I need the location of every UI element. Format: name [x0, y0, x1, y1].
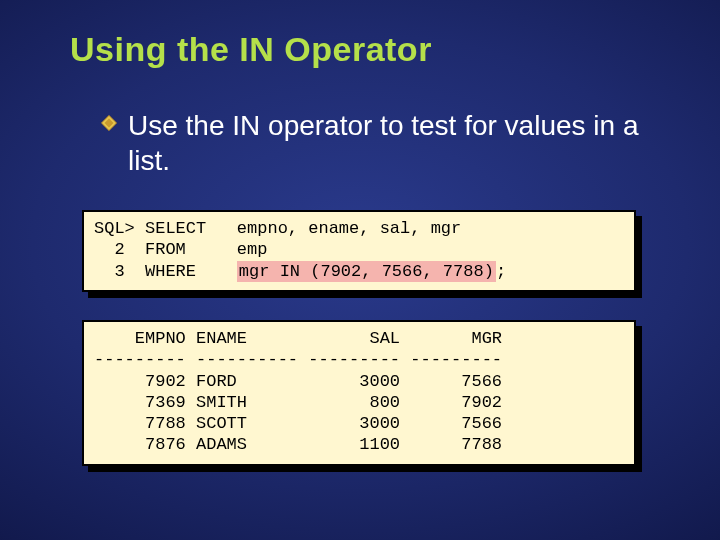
slide-title: Using the IN Operator: [70, 30, 432, 69]
code-line-3-suffix: ;: [496, 262, 506, 281]
result-divider: --------- ---------- --------- ---------: [94, 350, 502, 369]
slide: Using the IN Operator Use the IN operato…: [0, 0, 720, 540]
sql-query-box: SQL> SELECT empno, ename, sal, mgr 2 FRO…: [82, 210, 636, 292]
diamond-bullet-icon: [100, 114, 118, 132]
code-line-1: SQL> SELECT empno, ename, sal, mgr: [94, 219, 461, 238]
result-row: 7369 SMITH 800 7902: [94, 393, 502, 412]
bullet-item: Use the IN operator to test for values i…: [100, 108, 668, 178]
code-line-3-prefix: 3 WHERE: [94, 262, 237, 281]
code-line-2: 2 FROM emp: [94, 240, 267, 259]
result-row: 7876 ADAMS 1100 7788: [94, 435, 502, 454]
result-row: 7902 FORD 3000 7566: [94, 372, 502, 391]
result-header: EMPNO ENAME SAL MGR: [94, 329, 502, 348]
highlight-in-clause: mgr IN (7902, 7566, 7788): [237, 261, 496, 282]
result-row: 7788 SCOTT 3000 7566: [94, 414, 502, 433]
sql-result-box: EMPNO ENAME SAL MGR --------- ----------…: [82, 320, 636, 466]
bullet-text: Use the IN operator to test for values i…: [128, 108, 668, 178]
